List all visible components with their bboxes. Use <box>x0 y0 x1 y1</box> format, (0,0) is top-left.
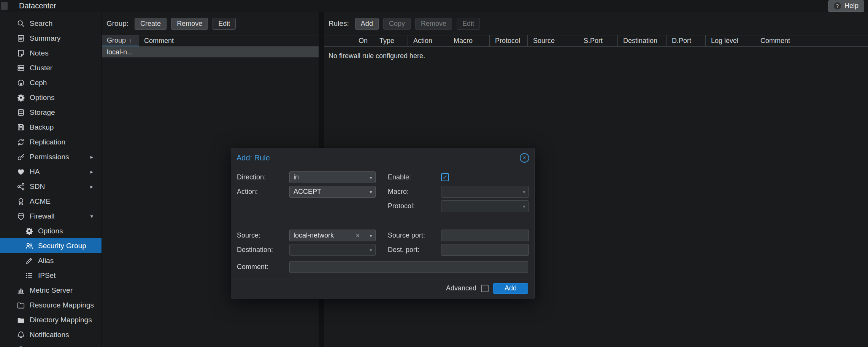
list-icon <box>25 271 34 280</box>
chevron-right-icon[interactable] <box>90 154 93 160</box>
sidebar-item-firewall-options[interactable]: Options <box>0 223 102 238</box>
sidebar-item-permissions[interactable]: Permissions <box>0 149 102 164</box>
sidebar-item-ha[interactable]: HA <box>0 164 102 179</box>
sidebar-item-resource-mappings[interactable]: Resource Mappings <box>0 298 102 312</box>
direction-select[interactable]: in <box>289 171 376 183</box>
source-port-label: Source port: <box>388 231 441 239</box>
bar-chart-icon <box>17 286 26 295</box>
modal-title: Add: Rule <box>236 154 270 162</box>
comment-label: Comment: <box>237 263 289 271</box>
group-row-local-network[interactable]: local-n... <box>102 47 319 57</box>
destination-label: Destination: <box>237 246 289 254</box>
chevron-right-icon[interactable] <box>90 183 93 190</box>
bell-icon <box>17 331 26 339</box>
close-icon[interactable] <box>520 153 529 163</box>
edit-group-button[interactable]: Edit <box>213 18 236 30</box>
sidebar: Search Summary Notes Cluster Ceph Option… <box>0 12 102 347</box>
group-grid-header: Group Comment <box>102 35 319 47</box>
sort-ascending-icon <box>129 37 132 44</box>
sidebar-item-summary[interactable]: Summary <box>0 31 102 46</box>
copy-rule-button[interactable]: Copy <box>383 18 411 30</box>
sidebar-item-firewall[interactable]: Firewall <box>0 209 102 223</box>
rules-column-filler <box>804 35 868 46</box>
chevron-down-icon <box>370 247 372 253</box>
ceph-icon <box>17 79 26 87</box>
chevron-down-icon <box>370 233 372 239</box>
rules-column-comment[interactable]: Comment <box>755 35 804 46</box>
protocol-select[interactable] <box>441 200 529 212</box>
clear-icon[interactable] <box>355 233 360 239</box>
source-combo[interactable]: local-network <box>289 230 376 241</box>
rules-column-action[interactable]: Action <box>408 35 448 46</box>
help-button[interactable]: Help <box>828 0 864 12</box>
modal-footer: Advanced Add <box>231 279 535 299</box>
sidebar-item-search[interactable]: Search <box>0 16 102 31</box>
rules-column-dport[interactable]: D.Port <box>666 35 706 46</box>
group-column-header[interactable]: Group <box>102 35 139 46</box>
group-toolbar-label: Group: <box>106 19 129 28</box>
macro-select[interactable] <box>441 186 529 198</box>
shield-icon <box>17 212 26 220</box>
enable-label: Enable: <box>388 173 441 181</box>
gear-icon <box>25 227 34 235</box>
sidebar-item-alias[interactable]: Alias <box>0 253 102 268</box>
remove-group-button[interactable]: Remove <box>171 18 208 30</box>
rules-column-on[interactable]: On <box>353 35 374 46</box>
rules-column-destination[interactable]: Destination <box>618 35 666 46</box>
search-icon <box>17 19 26 28</box>
remove-rule-button[interactable]: Remove <box>415 18 452 30</box>
source-label: Source: <box>237 231 289 239</box>
rules-column-type[interactable]: Type <box>374 35 408 46</box>
sidebar-item-support[interactable]: Support <box>0 342 102 347</box>
chevron-right-icon[interactable] <box>90 168 93 175</box>
heart-icon <box>17 168 26 176</box>
sidebar-item-storage[interactable]: Storage <box>0 105 102 120</box>
sidebar-item-sdn[interactable]: SDN <box>0 179 102 194</box>
add-rule-modal: Add: Rule Direction: in Enable: Action: … <box>231 148 535 299</box>
advanced-checkbox[interactable] <box>481 285 489 292</box>
rules-column-source[interactable]: Source <box>528 35 578 46</box>
modal-body: Direction: in Enable: Action: ACCEPT Mac… <box>231 167 535 279</box>
modal-header[interactable]: Add: Rule <box>231 148 535 167</box>
backup-icon <box>17 123 26 132</box>
sidebar-item-backup[interactable]: Backup <box>0 120 102 135</box>
sidebar-item-notifications[interactable]: Notifications <box>0 327 102 342</box>
rules-column-sport[interactable]: S.Port <box>578 35 618 46</box>
sidebar-item-ipset[interactable]: IPSet <box>0 268 102 283</box>
sidebar-item-security-group[interactable]: Security Group <box>0 238 102 253</box>
chevron-down-icon[interactable] <box>90 213 93 220</box>
rules-column-protocol[interactable]: Protocol <box>490 35 528 46</box>
summary-icon <box>17 34 26 43</box>
modal-add-button[interactable]: Add <box>493 283 528 294</box>
sidebar-item-notes[interactable]: Notes <box>0 46 102 60</box>
life-ring-icon <box>17 345 26 347</box>
page-title: Datacenter <box>19 2 56 10</box>
sidebar-item-options[interactable]: Options <box>0 90 102 105</box>
source-port-input[interactable] <box>441 230 529 241</box>
folder-icon <box>17 316 26 324</box>
action-select[interactable]: ACCEPT <box>289 186 376 198</box>
rules-column-log-level[interactable]: Log level <box>706 35 755 46</box>
comment-input[interactable] <box>289 261 528 273</box>
comment-column-header[interactable]: Comment <box>139 35 319 46</box>
macro-label: Macro: <box>388 188 441 196</box>
sidebar-item-metric-server[interactable]: Metric Server <box>0 283 102 298</box>
sidebar-item-cluster[interactable]: Cluster <box>0 60 102 75</box>
rules-grid-header: On Type Action Macro Protocol Source S.P… <box>324 35 868 47</box>
rules-column-macro[interactable]: Macro <box>448 35 490 46</box>
key-icon <box>17 153 26 161</box>
sidebar-item-ceph[interactable]: Ceph <box>0 75 102 90</box>
help-button-label: Help <box>844 2 858 10</box>
advanced-label: Advanced <box>446 284 476 292</box>
cluster-icon <box>17 64 26 72</box>
edit-rule-button[interactable]: Edit <box>457 18 480 30</box>
add-rule-button[interactable]: Add <box>355 18 379 30</box>
rules-toolbar-label: Rules: <box>328 19 349 28</box>
sidebar-item-directory-mappings[interactable]: Directory Mappings <box>0 312 102 327</box>
sidebar-item-replication[interactable]: Replication <box>0 135 102 149</box>
enable-checkbox[interactable] <box>441 173 449 181</box>
create-group-button[interactable]: Create <box>135 18 167 30</box>
destination-select[interactable] <box>289 244 376 256</box>
dest-port-input[interactable] <box>441 244 529 256</box>
sidebar-item-acme[interactable]: ACME <box>0 194 102 209</box>
